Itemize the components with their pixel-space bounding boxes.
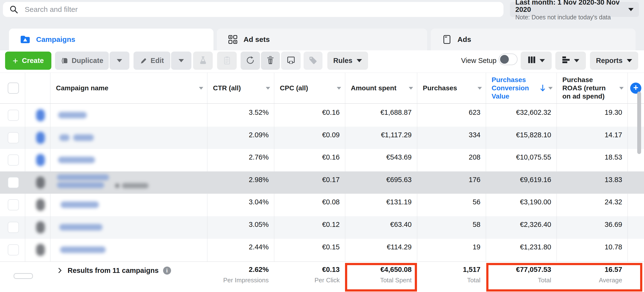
info-icon[interactable]: i [163, 267, 171, 275]
footer-value: 2.62% [249, 266, 269, 274]
cell-roas: 14.17 [556, 127, 628, 149]
edit-menu-button[interactable] [171, 51, 192, 70]
tag-button[interactable] [304, 51, 322, 70]
row-checkbox[interactable] [8, 177, 19, 188]
sort-caret-icon[interactable] [337, 87, 341, 90]
sort-caret-icon[interactable] [478, 87, 482, 90]
breakdown-button[interactable] [555, 51, 586, 70]
header-ctr[interactable]: CTR (all) [207, 73, 274, 103]
tag-icon [308, 56, 318, 66]
cell-roas: 36.69 [556, 216, 628, 239]
table-row[interactable]: 2.44% €0.15 €114.29 19 €1,231.80 10.78 [0, 239, 644, 261]
duplicate-menu-button[interactable] [110, 51, 130, 70]
campaign-name-cell [50, 216, 207, 239]
table-row[interactable]: 2.09% €0.09 €1,117.29 334 €15,828.10 14.… [0, 127, 644, 149]
header-amount-spent[interactable]: Amount spent [345, 73, 417, 103]
column-divider [345, 73, 345, 292]
refresh-button[interactable] [240, 51, 260, 70]
sort-caret-icon[interactable] [619, 87, 624, 90]
edit-button[interactable]: Edit [134, 51, 170, 70]
create-button[interactable]: + Create [5, 51, 51, 70]
tab-ads[interactable]: Ads [431, 28, 636, 50]
footer-cpc: €0.13 Per Click [274, 262, 345, 292]
view-setup-toggle[interactable] [499, 53, 518, 65]
megaphone-icon [115, 184, 120, 188]
row-checkbox[interactable] [8, 110, 19, 121]
row-checkbox[interactable] [8, 132, 19, 143]
annotation-box-total-spent [345, 263, 417, 292]
table-row[interactable]: 3.52% €0.16 €1,688.87 623 €32,602.32 19.… [0, 104, 644, 127]
tab-campaigns[interactable]: Campaigns [9, 28, 214, 50]
tab-ad-sets[interactable]: Ad sets [217, 28, 427, 50]
campaign-toggle[interactable] [36, 109, 45, 121]
sort-caret-icon[interactable] [548, 87, 553, 90]
cell-conversion-value: €9,619.16 [486, 171, 556, 194]
select-all-checkbox[interactable] [8, 83, 19, 94]
column-divider [274, 73, 274, 292]
cell-cpc: €0.09 [274, 127, 345, 149]
view-setup-label: View Setup [461, 57, 496, 65]
sort-caret-icon[interactable] [266, 87, 270, 90]
row-checkbox-cell [0, 171, 25, 194]
campaign-toggle[interactable] [36, 132, 45, 144]
header-campaign-name[interactable]: Campaign name [50, 73, 207, 103]
column-divider [25, 73, 25, 292]
delete-button[interactable] [261, 51, 280, 70]
cell-ctr: 2.09% [207, 127, 274, 149]
campaign-toggle[interactable] [36, 221, 45, 233]
cell-cpc: €0.15 [274, 239, 345, 261]
folder-icon [20, 35, 30, 44]
row-toggle-cell [25, 149, 50, 171]
sort-caret-icon[interactable] [199, 87, 203, 90]
row-checkbox-cell [0, 149, 25, 171]
search-icon [9, 5, 18, 14]
date-range-button[interactable]: Last month: 1 Nov 2020-30 Nov 2020 Note:… [510, 2, 639, 17]
campaign-toggle[interactable] [36, 199, 45, 211]
pixel-code-button[interactable] [281, 51, 301, 70]
row-checkbox[interactable] [8, 154, 19, 166]
reports-button[interactable]: Reports [590, 51, 638, 70]
sort-caret-icon[interactable] [409, 87, 413, 90]
vertical-scrollbar-thumb[interactable] [637, 91, 641, 154]
duplicate-button[interactable]: Duplicate [55, 51, 109, 70]
columns-button[interactable] [521, 51, 552, 70]
expand-chevron-icon[interactable] [56, 267, 63, 274]
cell-purchases: 623 [417, 104, 486, 127]
column-divider [628, 73, 628, 292]
chevron-down-icon [117, 59, 122, 62]
row-checkbox-cell [0, 127, 25, 149]
redacted-campaign-name [57, 182, 104, 188]
chevron-down-icon [357, 59, 362, 62]
clipboard-icon-button[interactable] [217, 51, 237, 70]
cell-conversion-value: €15,828.10 [486, 127, 556, 149]
table-row[interactable]: 3.05% €0.12 €63.40 58 €2,326.40 36.69 [0, 216, 644, 239]
header-purchase-roas[interactable]: Purchase ROAS (return on ad spend) [556, 73, 628, 103]
row-filler-cell [628, 239, 644, 261]
rules-button[interactable]: Rules [327, 51, 368, 70]
footer-label: Per Click [314, 277, 340, 284]
cell-ctr: 3.05% [207, 216, 274, 239]
header-purchases-conversion-value[interactable]: Purchases Conversion Value [486, 73, 556, 103]
header-cpc[interactable]: CPC (all) [274, 73, 345, 103]
search-input[interactable]: Search and filter [3, 2, 504, 17]
campaign-toggle[interactable] [36, 177, 45, 189]
cell-ctr: 2.98% [207, 171, 274, 194]
cell-cpc: €0.12 [274, 216, 345, 239]
duplicate-label: Duplicate [72, 57, 104, 65]
header-purchases[interactable]: Purchases [417, 73, 486, 103]
cell-amount-spent: €543.69 [345, 149, 417, 171]
row-toggle-cell [25, 216, 50, 239]
table-row[interactable]: 3.04% €0.08 €131.19 56 €3,190.00 24.32 [0, 194, 644, 216]
footer-ctr: 2.62% Per Impressions [207, 262, 274, 292]
table-row-selected[interactable]: 2.98% €0.17 €695.63 176 €9,619.16 13.83 [0, 171, 644, 194]
row-checkbox[interactable] [8, 222, 19, 233]
header-label: CTR (all) [213, 84, 241, 92]
row-toggle-cell [25, 194, 50, 216]
campaign-toggle[interactable] [36, 244, 45, 256]
row-checkbox[interactable] [8, 199, 19, 210]
campaign-toggle[interactable] [36, 154, 45, 166]
ab-test-button[interactable] [193, 51, 213, 70]
row-checkbox[interactable] [8, 244, 19, 256]
table-row[interactable]: 2.76% €0.16 €543.69 208 €10,075.55 18.53 [0, 149, 644, 171]
cell-purchases: 58 [417, 216, 486, 239]
